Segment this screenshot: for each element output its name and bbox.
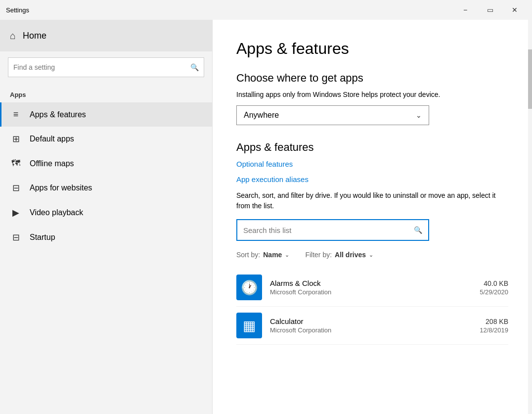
optional-features-link[interactable]: Optional features bbox=[236, 160, 508, 168]
dropdown-value: Anywhere bbox=[244, 111, 279, 120]
filter-by-control[interactable]: Filter by: All drives ⌄ bbox=[305, 251, 373, 259]
choose-subtitle: Installing apps only from Windows Store … bbox=[236, 91, 508, 98]
filter-label: Filter by: bbox=[305, 251, 332, 259]
home-label: Home bbox=[23, 31, 46, 41]
sidebar-item-label: Apps & features bbox=[30, 110, 86, 119]
dropdown-wrap: Anywhere ⌄ bbox=[236, 105, 508, 125]
close-button[interactable]: ✕ bbox=[503, 2, 526, 18]
main-content: Apps & features Choose where to get apps… bbox=[213, 20, 532, 414]
find-setting-input[interactable] bbox=[13, 63, 190, 71]
sort-value: Name bbox=[263, 251, 282, 259]
app-info-alarms: Alarms & Clock Microsoft Corporation bbox=[270, 279, 480, 296]
where-to-get-dropdown[interactable]: Anywhere ⌄ bbox=[236, 105, 429, 125]
app-body: ⌂ Home 🔍 Apps ≡ Apps & features ⊞ Defaul… bbox=[0, 20, 532, 414]
filter-chevron-icon: ⌄ bbox=[369, 252, 373, 258]
app-date: 12/8/2019 bbox=[480, 326, 508, 334]
startup-icon: ⊟ bbox=[10, 232, 22, 243]
filter-value: All drives bbox=[335, 251, 366, 259]
sidebar-item-label: Default apps bbox=[30, 135, 74, 143]
sort-chevron-icon: ⌄ bbox=[285, 252, 289, 258]
sidebar-item-label: Video playback bbox=[30, 208, 83, 217]
app-name: Alarms & Clock bbox=[270, 279, 480, 287]
default-apps-icon: ⊞ bbox=[10, 134, 22, 144]
title-bar: Settings − ▭ ✕ bbox=[0, 0, 532, 20]
sidebar-item-apps-features[interactable]: ≡ Apps & features bbox=[0, 102, 212, 127]
search-list-input[interactable] bbox=[243, 226, 414, 234]
table-row[interactable]: 🕐 Alarms & Clock Microsoft Corporation 4… bbox=[236, 269, 508, 307]
app-date: 5/29/2020 bbox=[480, 288, 508, 296]
sidebar-item-offline-maps[interactable]: 🗺 Offline maps bbox=[0, 151, 212, 176]
app-info-calc: Calculator Microsoft Corporation bbox=[270, 317, 480, 334]
search-box-wrap: 🔍 bbox=[0, 51, 212, 83]
search-icon: 🔍 bbox=[190, 63, 199, 71]
search-list-icon: 🔍 bbox=[414, 226, 422, 234]
search-box[interactable]: 🔍 bbox=[8, 57, 204, 77]
maximize-button[interactable]: ▭ bbox=[479, 2, 501, 18]
sort-by-control[interactable]: Sort by: Name ⌄ bbox=[236, 251, 289, 259]
chevron-down-icon: ⌄ bbox=[416, 111, 422, 119]
alarms-icon: 🕐 bbox=[241, 279, 258, 296]
app-meta-calc: 208 KB 12/8/2019 bbox=[480, 318, 508, 334]
window-title: Settings bbox=[6, 6, 29, 14]
sidebar-item-apps-websites[interactable]: ⊟ Apps for websites bbox=[0, 176, 212, 200]
app-publisher: Microsoft Corporation bbox=[270, 326, 480, 334]
sidebar-item-label: Apps for websites bbox=[30, 184, 92, 192]
calculator-icon: ▦ bbox=[243, 318, 256, 334]
sidebar-home[interactable]: ⌂ Home bbox=[0, 20, 212, 51]
apps-websites-icon: ⊟ bbox=[10, 183, 22, 193]
home-icon: ⌂ bbox=[10, 30, 16, 42]
search-sort-desc: Search, sort, and filter by drive. If yo… bbox=[236, 190, 508, 211]
scrollbar-track[interactable] bbox=[528, 20, 532, 414]
app-list: 🕐 Alarms & Clock Microsoft Corporation 4… bbox=[236, 269, 508, 345]
sidebar-item-default-apps[interactable]: ⊞ Default apps bbox=[0, 127, 212, 151]
app-icon-calc: ▦ bbox=[236, 313, 262, 338]
choose-section-title: Choose where to get apps bbox=[236, 72, 508, 85]
apps-features-section-title: Apps & features bbox=[236, 141, 508, 154]
sidebar-section-label: Apps bbox=[0, 83, 212, 102]
sort-filter-row: Sort by: Name ⌄ Filter by: All drives ⌄ bbox=[236, 251, 508, 259]
app-execution-aliases-link[interactable]: App execution aliases bbox=[236, 175, 508, 184]
offline-maps-icon: 🗺 bbox=[10, 158, 22, 169]
app-name: Calculator bbox=[270, 317, 480, 325]
app-size: 208 KB bbox=[480, 318, 508, 325]
app-publisher: Microsoft Corporation bbox=[270, 288, 480, 296]
sidebar: ⌂ Home 🔍 Apps ≡ Apps & features ⊞ Defaul… bbox=[0, 20, 213, 414]
sort-label: Sort by: bbox=[236, 251, 260, 259]
page-title: Apps & features bbox=[236, 40, 508, 58]
sidebar-item-video-playback[interactable]: ▶ Video playback bbox=[0, 200, 212, 225]
window-controls: − ▭ ✕ bbox=[454, 2, 526, 18]
search-list-wrap[interactable]: 🔍 bbox=[236, 219, 429, 241]
sidebar-item-label: Offline maps bbox=[30, 159, 74, 168]
minimize-button[interactable]: − bbox=[454, 2, 477, 18]
sidebar-item-startup[interactable]: ⊟ Startup bbox=[0, 225, 212, 250]
app-meta-alarms: 40.0 KB 5/29/2020 bbox=[480, 279, 508, 296]
sidebar-item-label: Startup bbox=[30, 233, 55, 242]
app-icon-alarms: 🕐 bbox=[236, 275, 262, 300]
video-playback-icon: ▶ bbox=[10, 207, 22, 218]
app-size: 40.0 KB bbox=[480, 279, 508, 287]
scrollbar-thumb[interactable] bbox=[528, 49, 532, 109]
apps-features-icon: ≡ bbox=[10, 109, 22, 120]
table-row[interactable]: ▦ Calculator Microsoft Corporation 208 K… bbox=[236, 307, 508, 345]
